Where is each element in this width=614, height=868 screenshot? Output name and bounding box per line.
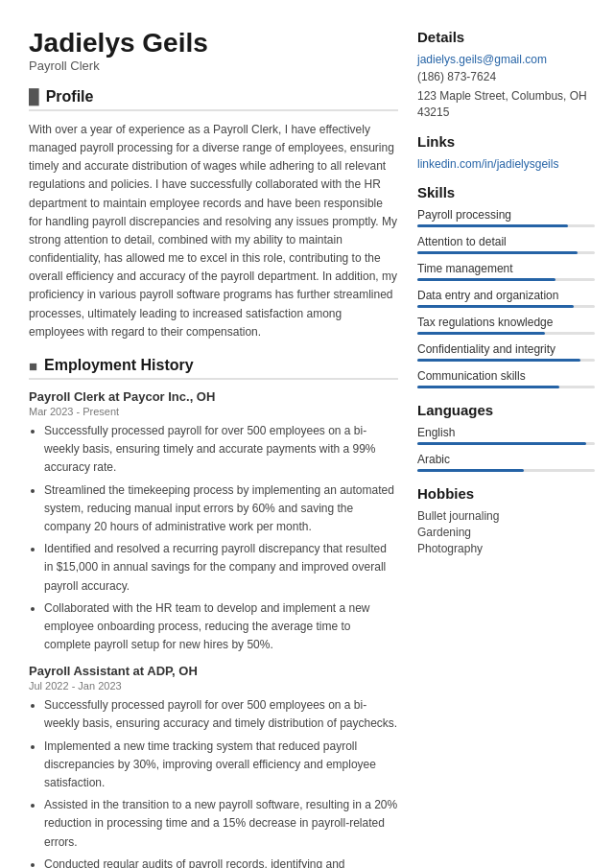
skill-bar-bg-2 — [417, 278, 595, 281]
skill-label-4: Tax regulations knowledge — [417, 316, 595, 329]
hobbies-section-header: Hobbies — [417, 485, 595, 502]
skill-item-2: Time management — [417, 262, 595, 281]
employment-icon: ■ — [29, 358, 37, 374]
job-title-0: Payroll Clerk at Paycor Inc., OH — [29, 389, 398, 404]
skill-label-3: Data entry and organization — [417, 289, 595, 302]
skill-item-3: Data entry and organization — [417, 289, 595, 308]
lang-item-0: English — [417, 426, 595, 445]
skill-item-1: Attention to detail — [417, 235, 595, 254]
profile-section-header: █ Profile — [29, 88, 398, 111]
linkedin-link[interactable]: linkedin.com/in/jadielysgeils — [417, 157, 595, 171]
skill-bar-bg-0 — [417, 224, 595, 227]
skill-bar-fill-5 — [417, 359, 580, 362]
languages-section-header: Languages — [417, 402, 595, 418]
right-column: Details jadielys.geils@gmail.com (186) 8… — [417, 29, 595, 868]
lang-bar-bg-0 — [417, 442, 595, 445]
profile-text: With over a year of experience as a Payr… — [29, 121, 398, 341]
skill-bar-fill-0 — [417, 224, 568, 227]
hobby-item-2: Photography — [417, 542, 595, 555]
hobbies-list: Bullet journaling Gardening Photography — [417, 509, 595, 555]
skill-bar-bg-3 — [417, 305, 595, 308]
skill-label-6: Communication skills — [417, 369, 595, 383]
skill-item-6: Communication skills — [417, 369, 595, 388]
bullet-0-1: Streamlined the timekeeping process by i… — [44, 481, 398, 537]
skill-bar-bg-1 — [417, 251, 595, 254]
lang-bar-fill-0 — [417, 442, 586, 445]
skill-bar-bg-4 — [417, 332, 595, 335]
skill-bar-fill-4 — [417, 332, 545, 335]
languages-list: English Arabic — [417, 426, 595, 472]
hobby-item-1: Gardening — [417, 526, 595, 539]
hobby-item-0: Bullet journaling — [417, 509, 595, 523]
job-dates-0: Mar 2023 - Present — [29, 406, 398, 417]
profile-label: Profile — [46, 88, 94, 106]
left-column: Jadielys Geils Payroll Clerk █ Profile W… — [29, 29, 398, 868]
skills-section-header: Skills — [417, 184, 595, 200]
lang-bar-fill-1 — [417, 469, 524, 472]
job-dates-1: Jul 2022 - Jan 2023 — [29, 680, 398, 692]
skill-label-2: Time management — [417, 262, 595, 275]
skill-bar-fill-2 — [417, 278, 555, 281]
job-entry-1: Payroll Assistant at ADP, OH Jul 2022 - … — [29, 664, 398, 868]
job-bullets-1: Successfully processed payroll for over … — [29, 696, 398, 868]
skill-bar-fill-3 — [417, 305, 574, 308]
job-entry-0: Payroll Clerk at Paycor Inc., OH Mar 202… — [29, 389, 398, 654]
profile-icon: █ — [29, 88, 39, 105]
bullet-1-0: Successfully processed payroll for over … — [44, 696, 398, 733]
bullet-1-3: Conducted regular audits of payroll reco… — [44, 856, 398, 868]
skill-label-5: Confidentiality and integrity — [417, 342, 595, 356]
bullet-0-0: Successfully processed payroll for over … — [44, 422, 398, 478]
employment-section-header: ■ Employment History — [29, 357, 398, 380]
skill-item-4: Tax regulations knowledge — [417, 316, 595, 335]
details-section-header: Details — [417, 29, 595, 45]
bullet-0-2: Identified and resolved a recurring payr… — [44, 540, 398, 596]
details-email[interactable]: jadielys.geils@gmail.com — [417, 53, 595, 66]
bullet-0-3: Collaborated with the HR team to develop… — [44, 599, 398, 655]
skill-item-5: Confidentiality and integrity — [417, 342, 595, 362]
skill-bar-fill-6 — [417, 386, 559, 388]
skill-label-0: Payroll processing — [417, 208, 595, 222]
name: Jadielys Geils — [29, 29, 398, 59]
details-address: 123 Maple Street, Columbus, OH 43215 — [417, 88, 595, 121]
employment-label: Employment History — [44, 357, 194, 374]
job-title: Payroll Clerk — [29, 59, 398, 73]
skill-item-0: Payroll processing — [417, 208, 595, 227]
skill-label-1: Attention to detail — [417, 235, 595, 248]
details-phone: (186) 873-7624 — [417, 69, 595, 85]
skill-bar-fill-1 — [417, 251, 578, 254]
skill-bar-bg-5 — [417, 359, 595, 362]
skill-bar-bg-6 — [417, 386, 595, 388]
job-title-1: Payroll Assistant at ADP, OH — [29, 664, 398, 678]
lang-label-1: Arabic — [417, 453, 595, 466]
job-bullets-0: Successfully processed payroll for over … — [29, 422, 398, 654]
skills-list: Payroll processing Attention to detail T… — [417, 208, 595, 388]
lang-bar-bg-1 — [417, 469, 595, 472]
links-section-header: Links — [417, 133, 595, 150]
lang-item-1: Arabic — [417, 453, 595, 472]
bullet-1-1: Implemented a new time tracking system t… — [44, 738, 398, 793]
lang-label-0: English — [417, 426, 595, 439]
bullet-1-2: Assisted in the transition to a new payr… — [44, 796, 398, 852]
